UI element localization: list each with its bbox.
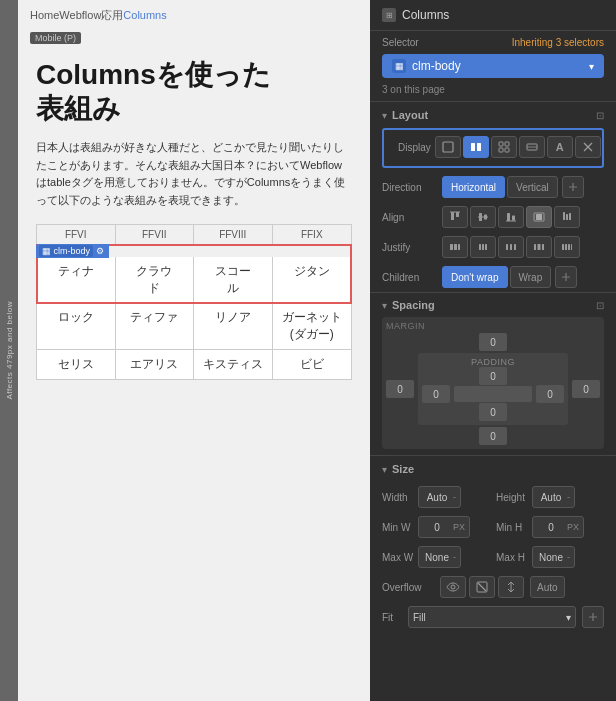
size-section-header[interactable]: ▾ Size	[370, 456, 616, 482]
breadcrumb-home[interactable]: Home	[30, 9, 59, 21]
justify-btn-3[interactable]	[498, 236, 524, 258]
align-btn-1[interactable]	[442, 206, 468, 228]
padding-bottom-input[interactable]	[479, 403, 507, 421]
svg-rect-22	[563, 212, 565, 220]
breadcrumb: HomeWebflow応用Columns	[18, 0, 370, 27]
display-btn-flex[interactable]	[463, 136, 489, 158]
display-btn-grid[interactable]	[491, 136, 517, 158]
selector-badge-text: clm-body	[54, 246, 91, 256]
width-input[interactable]	[423, 492, 451, 503]
fit-select[interactable]: Fill ▾	[408, 606, 576, 628]
table-cell-2-1: エアリス	[116, 350, 195, 379]
canvas-content: Columnsを使った表組み 日本人は表組みが好きな人種だと、どこかで見たり聞い…	[18, 48, 370, 390]
justify-btn-2[interactable]	[470, 236, 496, 258]
display-btn-block[interactable]	[435, 136, 461, 158]
svg-rect-37	[542, 244, 544, 250]
table-row-1[interactable]: ロック ティファ リノア ガーネット(ダガー)	[37, 303, 351, 350]
svg-rect-35	[534, 244, 536, 250]
selected-row-container[interactable]: ▦ clm-body ⚙ ティナ クラウド スコール ジタン	[37, 245, 351, 303]
padding-top-row	[422, 367, 564, 385]
max-h-group: Max H -	[496, 546, 604, 568]
table-row-2[interactable]: セリス エアリス キスティス ビビ	[37, 350, 351, 379]
direction-vertical-btn[interactable]: Vertical	[507, 176, 558, 198]
min-w-group: Min W PX	[382, 516, 490, 538]
padding-right-input[interactable]	[536, 385, 564, 403]
justify-btn-5[interactable]	[554, 236, 580, 258]
min-h-label: Min H	[496, 522, 528, 533]
fit-value: Fill	[413, 612, 426, 623]
spacing-title: Spacing	[392, 299, 591, 311]
svg-rect-38	[562, 244, 564, 250]
height-input-wrap[interactable]: -	[532, 486, 575, 508]
table-cell-0-3: ジタン	[273, 257, 352, 303]
overflow-scroll-btn[interactable]	[498, 576, 524, 598]
display-btn-inline[interactable]	[519, 136, 545, 158]
layout-section: ▾ Layout ⊡ Display	[370, 101, 616, 292]
svg-rect-17	[507, 213, 510, 221]
direction-label: Direction	[382, 182, 438, 193]
svg-rect-23	[566, 214, 568, 220]
align-btn-4[interactable]	[526, 206, 552, 228]
spacing-arrow-icon: ▾	[382, 300, 387, 311]
dont-wrap-btn[interactable]: Don't wrap	[442, 266, 508, 288]
max-w-label: Max W	[382, 552, 414, 563]
page-description: 日本人は表組みが好きな人種だと、どこかで見たり聞いたりしたことがあります。そんな…	[36, 139, 352, 209]
breadcrumb-current[interactable]: Columns	[123, 9, 166, 21]
padding-left-input[interactable]	[422, 385, 450, 403]
gear-icon-badge[interactable]: ⚙	[96, 246, 104, 256]
justify-btn-1[interactable]	[442, 236, 468, 258]
table-cell-2-0: セリス	[37, 350, 116, 379]
min-h-input[interactable]	[537, 522, 565, 533]
align-btn-5[interactable]	[554, 206, 580, 228]
display-btn-none[interactable]	[575, 136, 601, 158]
canvas-area: Affects 479px and below HomeWebflow応用Col…	[0, 0, 370, 701]
padding-top-input[interactable]	[479, 367, 507, 385]
svg-rect-41	[571, 244, 572, 250]
justify-btn-4[interactable]	[526, 236, 552, 258]
fit-chevron-icon: ▾	[566, 612, 571, 623]
selected-row-tag: ▦ clm-body ⚙	[36, 244, 109, 258]
direction-horizontal-btn[interactable]: Horizontal	[442, 176, 505, 198]
layout-section-header[interactable]: ▾ Layout ⊡	[370, 102, 616, 128]
spacing-header[interactable]: ▾ Spacing ⊡	[382, 299, 604, 311]
maxw-maxh-row: Max W - Max H -	[370, 542, 616, 572]
height-label: Height	[496, 492, 528, 503]
min-h-input-wrap[interactable]: PX	[532, 516, 584, 538]
table-header-cell-1: FFVI	[37, 225, 116, 244]
panel-title: Columns	[402, 8, 449, 22]
max-h-input-wrap[interactable]: -	[532, 546, 575, 568]
min-w-input-wrap[interactable]: PX	[418, 516, 470, 538]
mobile-badge: Mobile (P)	[30, 32, 81, 44]
align-btn-2[interactable]	[470, 206, 496, 228]
children-label: Children	[382, 272, 438, 283]
margin-top-row	[386, 333, 600, 351]
margin-bottom-row	[386, 427, 600, 445]
max-h-input[interactable]	[537, 552, 565, 563]
selector-dropdown[interactable]: ▦ clm-body ▾	[382, 54, 604, 78]
margin-right-input[interactable]	[572, 380, 600, 398]
overflow-slash-btn[interactable]	[469, 576, 495, 598]
breadcrumb-webflow[interactable]: Webflow応用	[59, 9, 123, 21]
fit-extra-btn[interactable]	[582, 606, 604, 628]
margin-top-input[interactable]	[479, 333, 507, 351]
wrap-btn[interactable]: Wrap	[510, 266, 552, 288]
max-w-input[interactable]	[423, 552, 451, 563]
size-arrow-icon: ▾	[382, 464, 387, 475]
min-w-label: Min W	[382, 522, 414, 533]
overflow-eye-btn[interactable]	[440, 576, 466, 598]
margin-bottom-input[interactable]	[479, 427, 507, 445]
direction-extra-btn[interactable]	[562, 176, 584, 198]
padding-bottom-row	[422, 403, 564, 421]
align-btn-3[interactable]	[498, 206, 524, 228]
svg-rect-40	[568, 244, 570, 250]
margin-left-input[interactable]	[386, 380, 414, 398]
max-w-input-wrap[interactable]: -	[418, 546, 461, 568]
children-extra-btn[interactable]	[555, 266, 577, 288]
width-input-wrap[interactable]: -	[418, 486, 461, 508]
display-btn-text[interactable]: A	[547, 136, 573, 158]
overflow-auto-btn[interactable]: Auto	[530, 576, 565, 598]
svg-line-43	[478, 583, 486, 591]
height-input[interactable]	[537, 492, 565, 503]
direction-options: Horizontal Vertical	[442, 176, 558, 198]
min-w-input[interactable]	[423, 522, 451, 533]
